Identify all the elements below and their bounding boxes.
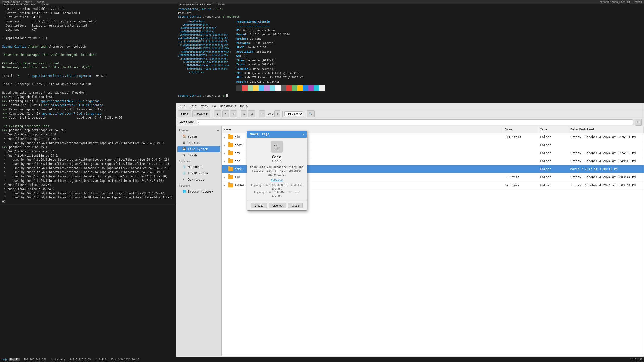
computer-button[interactable]: 🖥 — [248, 110, 255, 117]
col-header-type[interactable]: Type — [538, 126, 568, 133]
menu-help[interactable]: Help — [240, 104, 248, 108]
bb-disk: 244.6 GiB 0.29 | 1.3 GiB | 60.4 GiB 2024… — [70, 358, 139, 361]
sidebar-item-trash[interactable]: 🗑 Trash — [177, 152, 220, 158]
toolbar-separator-4 — [282, 111, 283, 117]
home-icon: ⌂ — [243, 112, 245, 115]
stop-button[interactable]: ✕ — [222, 110, 229, 117]
file-size: 33 items — [503, 175, 538, 179]
search-button[interactable]: 🔍 — [307, 110, 315, 117]
toolbar-separator-3 — [257, 111, 257, 117]
close-button[interactable]: Close — [288, 203, 303, 208]
row-expand-icon: ▶ — [222, 168, 228, 170]
home-icon: 🏠 — [182, 134, 186, 139]
row-expand-icon: ▶ — [222, 184, 228, 187]
file-manager: File Edit View Go Bookmarks Help ◀ Back … — [176, 103, 644, 362]
folder-icon — [228, 166, 234, 172]
reload-icon: ↺ — [232, 112, 235, 115]
menu-view[interactable]: View — [201, 104, 208, 108]
file-date: Friday, October 4 2024 at 9:49:18 PM — [568, 159, 644, 163]
terminal-color-blocks — [236, 85, 329, 91]
top-bar-right-title: roman@Sienna_Cichlid — roman — [599, 1, 642, 3]
folder-icon — [228, 150, 234, 156]
file-type: Folder — [538, 159, 568, 163]
stop-icon: ✕ — [225, 112, 227, 115]
places-collapse-icon[interactable]: − — [217, 129, 219, 132]
file-type: Folder — [538, 151, 568, 155]
licence-button[interactable]: Licence — [269, 203, 286, 208]
bb-app: caja 10: 11 — [2, 358, 20, 361]
network-header: Network — [176, 183, 221, 188]
app-version: 1.28.0 — [250, 160, 304, 163]
reload-button[interactable]: ↺ — [230, 110, 237, 117]
sidebar-item-desktop[interactable]: 🖥 Desktop — [177, 140, 220, 146]
bottom-bar: caja 10: 11 192.168.240.186 No battery 2… — [0, 357, 644, 362]
file-type: Folder — [538, 143, 568, 147]
file-date: Friday, October 4 2024 at 8:26:51 PM — [568, 135, 644, 139]
drive-icon-2: 💿 — [182, 165, 186, 169]
devices-header: Devices — [176, 159, 221, 164]
left-terminal[interactable]: roman@Sienna_Cichlid — roman Latest vers… — [0, 0, 176, 203]
toolbar: ◀ Back Forward ▶ ▲ ✕ ↺ ⌂ 🖥 − 100% + — [176, 109, 644, 118]
dialog-close-icon[interactable]: ✕ — [302, 132, 304, 136]
website-link[interactable]: Website — [250, 178, 304, 182]
drive-icon: 💾 — [182, 147, 186, 151]
credits-button[interactable]: Credits — [251, 203, 267, 208]
folder-icon — [228, 174, 234, 180]
folder-icon — [228, 142, 234, 148]
view-selector[interactable]: List View — [284, 111, 303, 116]
col-header-date[interactable]: Date Modified — [568, 126, 644, 133]
right-terminal-prompt: Sienna_Cichlid /home/roman # █ — [176, 93, 230, 98]
menu-edit[interactable]: Edit — [190, 104, 197, 108]
file-size: 111 items — [503, 135, 538, 139]
menu-bookmarks[interactable]: Bookmarks — [220, 104, 236, 108]
sidebar-item-mp600pro[interactable]: 💿 MP600PRO — [177, 164, 220, 170]
location-input[interactable] — [197, 119, 633, 125]
neofetch-output: -/oyddmdhs+: -odNMMMMMMMMMMNmhy+- -oNMMM… — [178, 20, 390, 91]
app-icon: 🗂 — [271, 141, 283, 153]
dialog-buttons: Credits Licence Close — [247, 201, 307, 210]
sidebar-item-roman[interactable]: 🏠 roman — [177, 133, 220, 140]
col-header-size[interactable]: Size — [503, 126, 538, 133]
sidebar-item-browse-network[interactable]: 🌐 Browse Network — [177, 189, 220, 195]
zoom-out-button[interactable]: − — [259, 110, 265, 117]
app-description: Caja lets you organize files and folders… — [250, 165, 304, 177]
sidebar-item-lexar[interactable]: 💿 LEXAR MEDIA — [177, 170, 220, 176]
sidebar: Places − 🏠 roman 🖥 Desktop 💾 File System… — [176, 126, 222, 356]
sidebar-item-downloads[interactable]: ⬇ Downloads — [177, 177, 220, 183]
neofetch-ascii: -/oyddmdhs+: -odNMMMMMMMMMMNmhy+- -oNMMM… — [178, 20, 233, 91]
top-bar-left-title: roman@Sienna_Cichlid — roman — [2, 1, 45, 3]
zoom-controls: − 100% + — [259, 110, 280, 117]
up-button[interactable]: ▲ — [214, 110, 221, 117]
location-go-button[interactable]: ⏎ — [635, 119, 642, 126]
folder-icon — [228, 182, 234, 188]
up-icon: ▲ — [216, 112, 219, 115]
prompt-user: roman@Sienna_Cichlid — [178, 7, 211, 11]
forward-button[interactable]: Forward ▶ — [192, 110, 210, 117]
zoom-in-button[interactable]: + — [274, 110, 280, 117]
copyright-2: Copyright © 2011-2021 The Caja authors — [250, 191, 304, 198]
toolbar-separator-2 — [239, 111, 239, 117]
forward-icon: ▶ — [206, 112, 208, 115]
file-date: Friday, October 4 2024 at 8:03:44 PM — [568, 184, 644, 187]
file-date: Friday, October 4 2024 at 9:24:35 PM — [568, 151, 644, 155]
menu-go[interactable]: Go — [212, 104, 216, 108]
row-expand-icon: ▶ — [222, 144, 228, 146]
file-type: Folder — [538, 167, 568, 171]
copyright-1: Copyright © 1999-2008 The Nautilus autho… — [250, 184, 304, 191]
back-button[interactable]: ◀ Back — [178, 110, 191, 117]
file-size: 59 items — [503, 184, 538, 187]
sidebar-item-filesystem[interactable]: 💾 File System — [177, 146, 220, 152]
right-terminal[interactable]: roman@Sienna_Cichlid — roman roman@Sienn… — [176, 0, 392, 103]
drive-icon-3: 💿 — [182, 171, 186, 175]
dialog-title: About: Caja ✕ — [247, 131, 307, 138]
folder-icon — [228, 134, 234, 140]
location-bar: Location: ⏎ — [176, 118, 644, 126]
bb-time: 14:51:51 — [630, 358, 642, 361]
top-bar: roman@Sienna_Cichlid — roman roman@Sienn… — [0, 0, 644, 4]
home-button[interactable]: ⌂ — [241, 110, 247, 117]
app-name: Caja — [250, 155, 304, 159]
file-date: Friday, October 4 2024 at 8:03:44 PM — [568, 175, 644, 179]
file-type: Folder — [538, 184, 568, 187]
menu-file[interactable]: File — [178, 104, 186, 108]
menubar: File Edit View Go Bookmarks Help — [176, 103, 644, 109]
